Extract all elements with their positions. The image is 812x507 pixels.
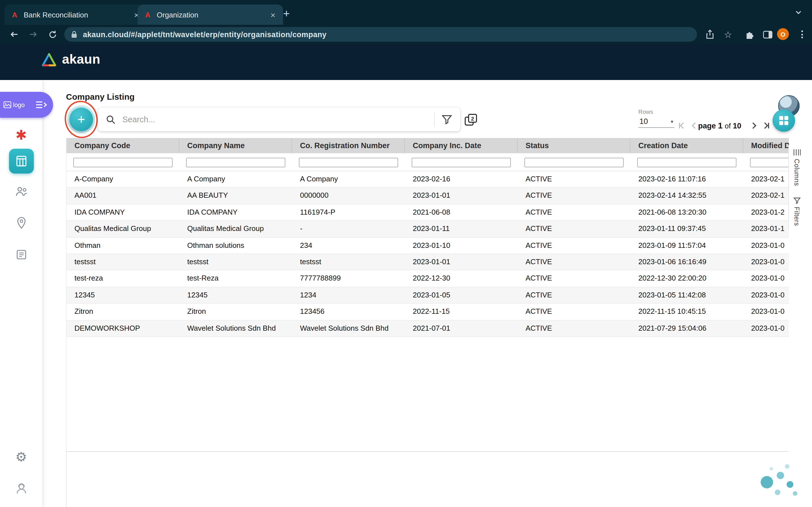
table-row[interactable]: AA001AA BEAUTY00000002023-01-01ACTIVE202…	[66, 188, 789, 205]
table-cell: Wavelet Solutions Sdn Bhd	[292, 320, 405, 336]
sidebar-item-red-app[interactable]: ✱	[0, 127, 42, 143]
sidebar-collapse-toggle[interactable]: logo	[0, 92, 53, 118]
sidebar-item-organization-active[interactable]	[9, 149, 34, 173]
of-label: of	[725, 122, 731, 130]
share-icon[interactable]	[704, 28, 716, 41]
new-tab-button[interactable]: +	[278, 6, 294, 21]
sidebar-item-users[interactable]	[0, 186, 42, 197]
akaun-logo[interactable]: akaun	[41, 52, 100, 67]
tab-label: Bank Reconciliation	[24, 10, 128, 19]
table-cell: 7777788899	[292, 271, 405, 287]
table-cell: 2023-01-11 09:37:45	[630, 221, 743, 237]
back-icon[interactable]	[7, 27, 21, 42]
table-cell: 2023-02-16	[405, 171, 518, 187]
forward-icon[interactable]	[26, 27, 41, 42]
table-cell: 2022-11-15 10:45:15	[630, 304, 743, 320]
column-filter-input[interactable]	[299, 158, 398, 167]
column-header-status[interactable]: Status	[518, 138, 630, 153]
broken-image-icon	[3, 101, 11, 108]
current-page: 1	[718, 121, 723, 130]
left-border-line	[66, 452, 66, 507]
table-row[interactable]: test-rezatest-Reza77777888992022-12-30AC…	[66, 271, 789, 287]
columns-panel-toggle[interactable]: Columns	[794, 159, 800, 186]
sidebar-item-support[interactable]	[0, 482, 42, 495]
table-row[interactable]: testssttestssttestsst2023-01-01ACTIVE202…	[66, 254, 789, 271]
side-panel-icon[interactable]	[761, 28, 774, 41]
table-cell: A-Company	[66, 171, 179, 187]
document-card-icon	[15, 249, 27, 260]
table-cell: 2023-01-10	[405, 237, 518, 253]
table-cell: Wavelet Solutions Sdn Bhd	[179, 320, 292, 336]
columns-icon[interactable]	[793, 149, 801, 156]
table-cell: 1234	[292, 287, 405, 303]
table-row[interactable]: 123451234512342023-01-05ACTIVE2023-01-05…	[66, 287, 789, 304]
browser-menu-icon[interactable]	[797, 29, 806, 40]
table-cell: testsst	[292, 254, 405, 270]
column-filter-input[interactable]	[524, 158, 624, 167]
tab-list-chevron-icon[interactable]	[793, 8, 804, 17]
table-cell: 12345	[179, 287, 292, 303]
url-bar[interactable]: akaun.cloud/#/applet/tnt/wavelet/erp/ent…	[64, 27, 697, 42]
browser-tab-organization[interactable]: A Organization ×	[138, 4, 283, 25]
table-cell: 2023-01-11	[405, 221, 518, 237]
column-filter-input[interactable]	[637, 158, 737, 167]
column-header-company-name[interactable]: Company Name	[179, 138, 292, 153]
table-row[interactable]: A-CompanyA CompanyA Company2023-02-16ACT…	[66, 171, 789, 188]
company-table: Company CodeCompany NameCo. Registration…	[66, 138, 789, 451]
table-cell: Othman solutions	[179, 237, 292, 253]
table-cell: Zitron	[179, 304, 292, 320]
bookmark-star-icon[interactable]: ☆	[722, 28, 734, 41]
table-cell: 2022-12-30 22:00:20	[630, 271, 743, 287]
map-pin-icon	[15, 216, 27, 230]
table-row[interactable]: Qualitas Medical GroupQualitas Medical G…	[66, 221, 789, 237]
table-cell: testsst	[66, 254, 179, 270]
search-input[interactable]	[121, 114, 427, 124]
next-page-button[interactable]	[750, 122, 759, 131]
table-cell: 2023-02-1	[743, 171, 789, 187]
column-header-company-inc-date[interactable]: Company Inc. Date	[405, 138, 518, 153]
column-header-co-registration-number[interactable]: Co. Registration Number	[292, 138, 405, 153]
table-cell: 2023-02-14 14:32:55	[630, 188, 743, 204]
logo-alt-text: logo	[13, 102, 25, 108]
column-header-company-code[interactable]: Company Code	[66, 138, 179, 153]
browser-tab-bank-reconciliation[interactable]: A Bank Reconciliation ×	[4, 4, 147, 25]
table-cell: AA001	[66, 188, 179, 204]
filter-funnel-icon[interactable]	[442, 114, 452, 124]
column-filter-input[interactable]	[186, 158, 285, 167]
table-cell: Qualitas Medical Group	[66, 221, 179, 237]
column-filter-input[interactable]	[73, 158, 172, 167]
table-row[interactable]: IDA COMPANYIDA COMPANY1161974-P2021-06-0…	[66, 205, 789, 221]
browser-profile-badge[interactable]: O	[777, 28, 789, 40]
table-cell: ACTIVE	[518, 237, 630, 253]
column-filter-input[interactable]	[750, 158, 789, 167]
grid-view-button[interactable]	[772, 109, 795, 132]
rows-per-page-select[interactable]: 10 ▾	[638, 116, 674, 128]
sidebar-item-locations[interactable]	[0, 216, 42, 230]
table-cell: ACTIVE	[518, 271, 630, 287]
column-header-creation-date[interactable]: Creation Date	[630, 138, 743, 153]
table-cell: Zitron	[66, 304, 179, 320]
add-company-button[interactable]: +	[67, 105, 95, 133]
tab-close-icon[interactable]: ×	[268, 10, 277, 19]
sidebar-item-documents[interactable]	[0, 249, 42, 260]
total-pages: 10	[733, 122, 741, 130]
column-filter-input[interactable]	[412, 158, 511, 167]
table-cell: 2023-01-06 16:16:49	[630, 254, 743, 270]
last-page-button[interactable]	[762, 122, 771, 131]
sidebar-item-settings[interactable]: ⚙	[0, 450, 42, 465]
refresh-icon[interactable]	[45, 27, 60, 42]
first-page-button[interactable]	[678, 122, 687, 131]
table-filter-row	[66, 153, 789, 171]
table-cell: AA BEAUTY	[179, 188, 292, 204]
table-row[interactable]: OthmanOthman solutions2342023-01-10ACTIV…	[66, 237, 789, 254]
filters-panel-toggle[interactable]: Filters	[794, 207, 800, 226]
filters-funnel-icon[interactable]	[793, 197, 801, 204]
column-header-modified-date[interactable]: Modified Date	[743, 138, 789, 153]
duplicate-copy-icon[interactable]: 2	[463, 113, 478, 127]
table-cell: DEMOWORKSHOP	[66, 320, 179, 336]
extensions-puzzle-icon[interactable]	[743, 28, 756, 41]
akaun-favicon-icon: A	[143, 10, 152, 19]
table-row[interactable]: ZitronZitron1234562022-11-15ACTIVE2022-1…	[66, 304, 789, 320]
table-row[interactable]: DEMOWORKSHOPWavelet Solutions Sdn BhdWav…	[66, 320, 789, 337]
copy-badge: 2	[471, 116, 474, 122]
